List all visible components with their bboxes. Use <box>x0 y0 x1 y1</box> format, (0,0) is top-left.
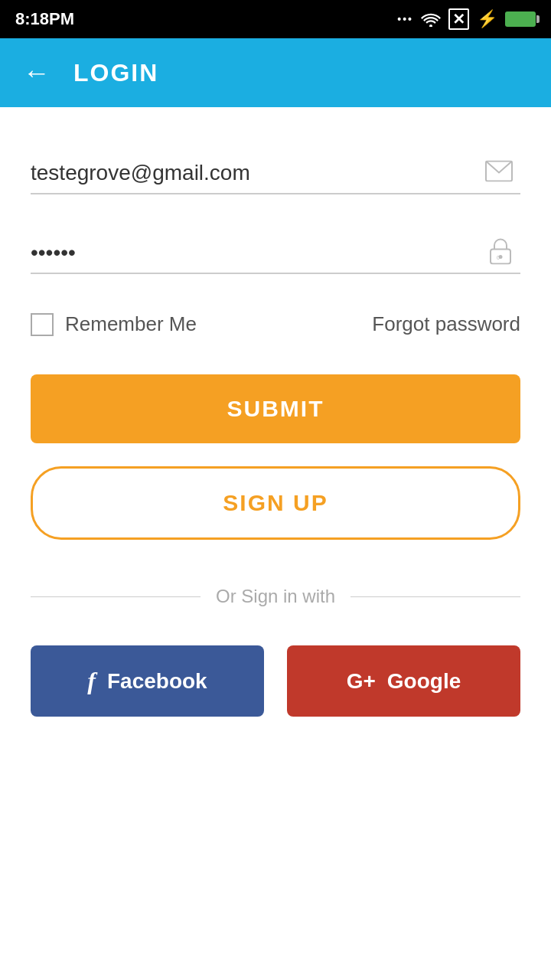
password-field[interactable] <box>31 233 520 274</box>
status-time: 8:18PM <box>15 9 74 29</box>
signup-button[interactable]: SIGN UP <box>31 466 520 540</box>
forgot-password-link[interactable]: Forgot password <box>372 312 520 336</box>
google-label: Google <box>387 669 461 694</box>
divider: Or Sign in with <box>31 586 520 607</box>
status-bar: 8:18PM ••• ✕ ⚡ <box>0 0 551 38</box>
wifi-icon <box>421 11 441 27</box>
battery-icon <box>505 11 536 27</box>
back-button[interactable]: ← <box>23 57 51 89</box>
divider-line-right <box>350 596 520 597</box>
email-icon <box>485 161 513 188</box>
submit-button[interactable]: SUBMIT <box>31 374 520 443</box>
status-icons: ••• ✕ ⚡ <box>397 8 536 30</box>
page-title: LOGIN <box>73 59 158 87</box>
social-buttons: f Facebook G+ Google <box>31 645 520 717</box>
remember-me-label: Remember Me <box>65 312 197 336</box>
lock-icon: 0 <box>488 237 513 270</box>
remember-me-group: Remember Me <box>31 312 197 336</box>
email-field[interactable] <box>31 153 520 194</box>
facebook-label: Facebook <box>107 669 207 694</box>
remember-me-checkbox[interactable] <box>31 313 54 336</box>
options-row: Remember Me Forgot password <box>31 312 520 336</box>
svg-point-0 <box>429 24 432 27</box>
warning-icon: ✕ <box>448 8 469 30</box>
divider-text: Or Sign in with <box>201 586 350 607</box>
email-input-group <box>31 153 520 194</box>
dots-icon: ••• <box>397 13 413 25</box>
svg-text:0: 0 <box>497 255 500 260</box>
facebook-icon: f <box>87 667 96 695</box>
google-button[interactable]: G+ Google <box>287 645 520 717</box>
divider-line-left <box>31 596 201 597</box>
facebook-button[interactable]: f Facebook <box>31 645 264 717</box>
app-header: ← LOGIN <box>0 38 551 107</box>
login-form: 0 Remember Me Forgot password SUBMIT SIG… <box>0 107 551 747</box>
google-icon: G+ <box>347 669 376 694</box>
lightning-icon: ⚡ <box>477 9 497 29</box>
password-input-group: 0 <box>31 233 520 274</box>
